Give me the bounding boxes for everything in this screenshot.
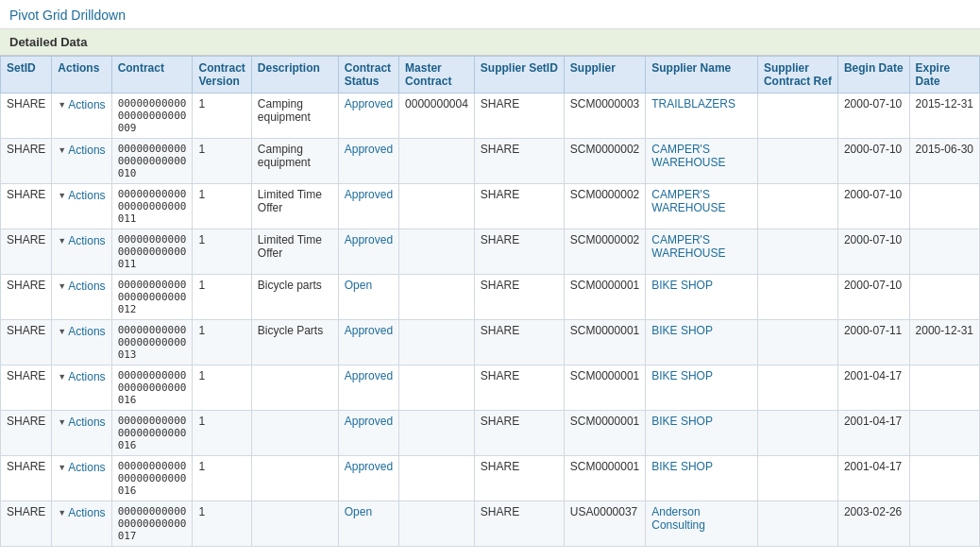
actions-label: Actions [68,189,105,202]
cell-supplier-contract-ref [757,320,837,365]
cell-setid: SHARE [1,229,52,275]
actions-button[interactable]: ▼ Actions [58,325,105,338]
cell-supplier-contract-ref [757,229,837,275]
cell-expire-date [909,184,979,229]
cell-begin-date: 2001-04-17 [837,365,909,411]
cell-expire-date [909,365,979,411]
cell-setid: SHARE [1,139,52,184]
cell-description [251,365,338,411]
cell-supplier-name: Anderson Consulting [646,501,758,547]
actions-dropdown-arrow: ▼ [58,191,66,200]
cell-supplier-contract-ref [757,139,837,184]
actions-button[interactable]: ▼ Actions [58,416,105,429]
col-header-supplier-contract-ref: SupplierContract Ref [757,57,837,93]
cell-begin-date: 2000-07-10 [837,229,909,275]
cell-supplier-setid: SHARE [474,411,564,456]
cell-expire-date [909,275,979,320]
page-title: Pivot Grid Drilldown [0,0,980,29]
cell-contract-status: Approved [338,229,398,275]
cell-description: Bicycle Parts [251,320,338,365]
cell-begin-date: 2000-07-10 [837,93,909,139]
cell-supplier-name: BIKE SHOP [646,456,758,501]
col-header-begin-date: Begin Date [837,57,909,93]
cell-setid: SHARE [1,501,52,547]
actions-dropdown-arrow: ▼ [58,281,66,291]
cell-supplier-name: TRAILBLAZERS [646,93,758,139]
cell-master-contract [399,501,475,547]
cell-supplier-setid: SHARE [474,456,564,501]
actions-button[interactable]: ▼ Actions [58,461,105,474]
cell-begin-date: 2000-07-10 [837,275,909,320]
cell-setid: SHARE [1,411,52,456]
actions-button[interactable]: ▼ Actions [58,98,105,111]
cell-contract-version: 1 [193,93,251,139]
actions-dropdown-arrow: ▼ [58,508,66,518]
col-header-supplier-name: Supplier Name [646,57,758,93]
cell-supplier: SCM0000001 [564,365,645,411]
cell-contract-version: 1 [193,456,251,501]
cell-master-contract [399,184,475,229]
cell-contract-status: Approved [338,184,398,229]
cell-contract: 00000000000 00000000000 016 [111,411,193,456]
actions-dropdown-arrow: ▼ [58,100,66,110]
data-table-wrapper: SetID Actions Contract ContractVersion D… [0,56,980,547]
cell-description [251,501,338,547]
actions-dropdown-arrow: ▼ [58,236,66,246]
actions-button[interactable]: ▼ Actions [58,189,105,202]
cell-supplier-name: BIKE SHOP [646,275,758,320]
actions-button[interactable]: ▼ Actions [58,506,105,519]
cell-supplier: SCM0000001 [564,411,645,456]
actions-button[interactable]: ▼ Actions [58,144,105,157]
cell-supplier-setid: SHARE [474,139,564,184]
actions-dropdown-arrow: ▼ [58,327,66,336]
cell-setid: SHARE [1,184,52,229]
cell-supplier-contract-ref [757,501,837,547]
table-row: SHARE▼ Actions00000000000 00000000000 01… [1,139,980,184]
cell-contract: 00000000000 00000000000 017 [111,501,193,547]
col-header-supplier-setid: Supplier SetID [474,57,564,93]
table-row: SHARE▼ Actions00000000000 00000000000 01… [1,501,980,547]
actions-button[interactable]: ▼ Actions [58,370,105,383]
cell-expire-date [909,411,979,456]
cell-expire-date: 2015-12-31 [909,93,979,139]
cell-actions: ▼ Actions [52,184,111,229]
cell-begin-date: 2000-07-10 [837,139,909,184]
cell-description: Camping equipment [251,139,338,184]
cell-contract-version: 1 [193,229,251,275]
cell-expire-date: 2015-06-30 [909,139,979,184]
cell-supplier-name: BIKE SHOP [646,411,758,456]
col-header-setid: SetID [1,57,52,93]
cell-supplier: SCM0000001 [564,275,645,320]
cell-description: Camping equipment [251,93,338,139]
cell-contract-version: 1 [193,184,251,229]
cell-setid: SHARE [1,365,52,411]
actions-dropdown-arrow: ▼ [58,372,66,382]
col-header-expire-date: ExpireDate [909,57,979,93]
table-row: SHARE▼ Actions00000000000 00000000000 00… [1,93,980,139]
cell-supplier-contract-ref [757,456,837,501]
cell-description: Limited Time Offer [251,229,338,275]
actions-label: Actions [68,234,105,247]
cell-master-contract [399,229,475,275]
actions-label: Actions [68,98,105,111]
cell-actions: ▼ Actions [52,411,111,456]
actions-label: Actions [68,370,105,383]
cell-actions: ▼ Actions [52,139,111,184]
cell-begin-date: 2000-07-10 [837,184,909,229]
cell-supplier: SCM0000001 [564,456,645,501]
actions-button[interactable]: ▼ Actions [58,234,105,247]
cell-contract: 00000000000 00000000000 013 [111,320,193,365]
cell-supplier-setid: SHARE [474,320,564,365]
table-row: SHARE▼ Actions00000000000 00000000000 01… [1,229,980,275]
cell-contract-status: Open [338,501,398,547]
cell-contract: 00000000000 00000000000 012 [111,275,193,320]
col-header-master-contract: MasterContract [399,57,475,93]
cell-master-contract [399,320,475,365]
actions-button[interactable]: ▼ Actions [58,280,105,293]
cell-supplier-setid: SHARE [474,184,564,229]
actions-label: Actions [68,461,105,474]
actions-label: Actions [68,144,105,157]
cell-contract: 00000000000 00000000000 016 [111,365,193,411]
cell-contract-status: Approved [338,320,398,365]
cell-contract: 00000000000 00000000000 016 [111,456,193,501]
